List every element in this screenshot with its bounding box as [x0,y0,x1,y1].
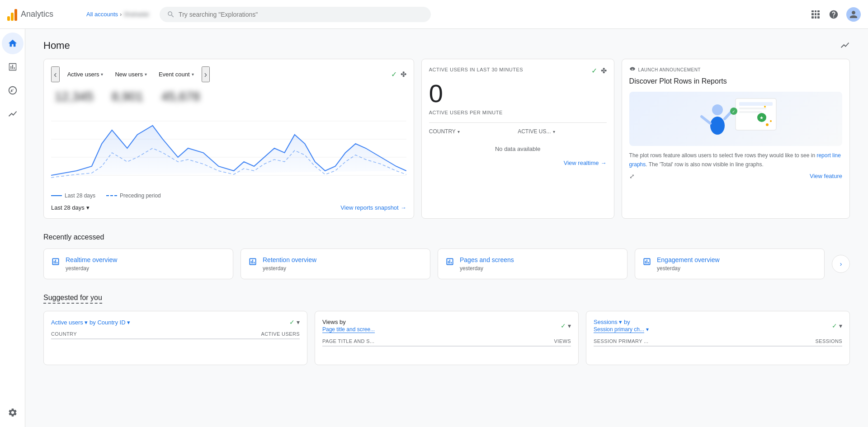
rt-country-col[interactable]: COUNTRY ▾ [429,128,518,135]
expand-button[interactable]: ⤢ [629,173,635,180]
search-icon [167,10,175,19]
metric-value-new: 8,901 [112,89,143,104]
grid-apps-button[interactable] [810,9,821,20]
view-realtime-text: View realtime [564,160,599,166]
metric-event-count[interactable]: Event count ▾ [155,69,198,80]
svg-rect-6 [739,102,773,106]
search-input[interactable] [179,11,424,18]
view-realtime-link[interactable]: View realtime → [564,160,607,166]
suggested-card-sessions: Sessions ▾ by Session primary ch... ▾ ✓ … [586,311,850,365]
sug-title-1-chevron[interactable]: ▾ [85,319,88,326]
sug-title-1-prefix: Active users [51,319,83,326]
sidebar-item-explore[interactable] [2,80,24,101]
recent-card-retention[interactable]: Retention overview yesterday [241,249,430,279]
sug-dropdown-3[interactable]: ▾ [839,322,842,329]
help-button[interactable] [828,9,839,20]
rt-expand-icon[interactable]: ✤ [601,66,607,75]
recent-retention-info: Retention overview yesterday [263,256,316,272]
search-bar[interactable] [160,7,431,22]
svg-point-15 [710,117,725,135]
sug-dropdown-2[interactable]: ▾ [568,322,571,329]
chart-next-button[interactable]: › [202,66,210,82]
chart-area [51,108,406,189]
logo-bar-1 [7,16,10,21]
sug-dropdown-1[interactable]: ▾ [297,319,300,326]
recent-pages-info: Pages and screens yesterday [460,256,514,272]
svg-text:✓: ✓ [732,109,736,114]
view-feature-link[interactable]: View feature [810,173,842,179]
grid-icon [811,10,820,19]
suggested-title: Suggested for you [43,294,102,302]
sug-col-session-primary: SESSION PRIMARY ... [594,338,718,347]
view-reports-snapshot-link[interactable]: View reports snapshot → [340,204,406,211]
recent-card-realtime[interactable]: Realtime overview yesterday [43,249,233,279]
sidebar-item-settings[interactable] [2,402,24,423]
legend-previous-label: Preceding period [120,192,161,199]
recent-retention-icon [248,257,257,266]
recent-nav-next[interactable]: › [832,255,850,273]
sug-check-3[interactable]: ✓ [832,322,837,329]
sidebar-item-advertising[interactable] [2,103,24,125]
rt-count: 0 [429,79,607,108]
sug-sessions-label: Sessions [594,319,618,325]
breadcrumb-all[interactable]: All accounts [86,11,118,18]
sug-title-1-suffix-chevron[interactable]: ▾ [127,319,130,326]
chart-check-icon[interactable]: ✓ [391,70,397,79]
user-avatar[interactable] [846,7,861,22]
svg-rect-8 [739,111,762,113]
breadcrumb-separator: › [120,11,122,18]
view-realtime-arrow: → [601,160,607,166]
sug-icons-3: ✓ ▾ [832,322,842,329]
svg-line-16 [702,117,710,123]
trend-icon-button[interactable] [840,40,850,52]
sug-sessions-chevron[interactable]: ▾ [619,319,622,325]
recent-pages-name: Pages and screens [460,256,514,263]
suggested-section: Suggested for you Active users ▾ by Coun… [43,294,850,365]
settings-icon [8,408,18,418]
sug-check-1[interactable]: ✓ [289,319,295,326]
sidebar-item-reports[interactable] [2,56,24,78]
view-reports-arrow: → [401,204,406,211]
chart-expand-icon[interactable]: ✤ [401,70,406,79]
sug-subtitle-3-chevron[interactable]: ▾ [646,326,649,333]
page-title-row: Home [43,40,850,52]
metric-active-users[interactable]: Active users ▾ [63,69,108,80]
announcement-card: LAUNCH ANNOUNCEMENT Discover Plot Rows i… [622,59,850,219]
rt-subtitle: ACTIVE USERS PER MINUTE [429,110,607,115]
chart-prev-button[interactable]: ‹ [51,66,60,82]
sug-title-1-suffix: by Country ID [90,319,125,326]
app-title: Analytics [21,9,53,19]
time-range-chevron: ▾ [86,204,90,211]
rt-icons: ✓ ✤ [591,66,607,75]
legend-line-dashed [106,195,117,196]
sug-sessions-by: by [624,319,630,325]
trend-icon [840,40,850,50]
sidebar-item-home[interactable] [2,33,24,54]
home-icon [8,38,18,48]
chart-legend: Last 28 days Preceding period [51,192,406,199]
recent-card-engagement[interactable]: Engagement overview yesterday [635,249,825,279]
main-content: Home ‹ Active users ▾ New users ▾ Event … [25,29,868,427]
sug-check-2[interactable]: ✓ [561,322,566,329]
recently-accessed-section: Recently accessed Realtime overview yest… [43,233,850,279]
recent-retention-time: yesterday [263,265,316,272]
rt-no-data: No data available [429,138,607,160]
logo-icon [7,8,17,21]
rt-active-chevron: ▾ [553,129,555,134]
metric-event-count-chevron: ▾ [192,72,194,77]
legend-current: Last 28 days [51,192,95,199]
rt-header: ACTIVE USERS IN LAST 30 MINUTES ✓ ✤ [429,66,607,75]
svg-point-14 [712,104,723,115]
advertising-icon [8,109,18,119]
sug-title-1: Active users ▾ by Country ID ▾ [51,319,130,326]
rt-active-col[interactable]: ACTIVE US... ▾ [518,128,606,135]
announce-link[interactable]: report line graphs [629,152,841,167]
time-range-selector[interactable]: Last 28 days ▾ [51,204,90,211]
recent-card-pages[interactable]: Pages and screens yesterday [438,249,627,279]
chart-card: ‹ Active users ▾ New users ▾ Event count… [43,59,414,219]
help-icon [829,9,839,19]
metric-new-users[interactable]: New users ▾ [111,69,151,80]
breadcrumb: All accounts › Shahadat [86,11,149,18]
rt-check-icon[interactable]: ✓ [591,66,597,75]
svg-point-13 [764,106,766,108]
